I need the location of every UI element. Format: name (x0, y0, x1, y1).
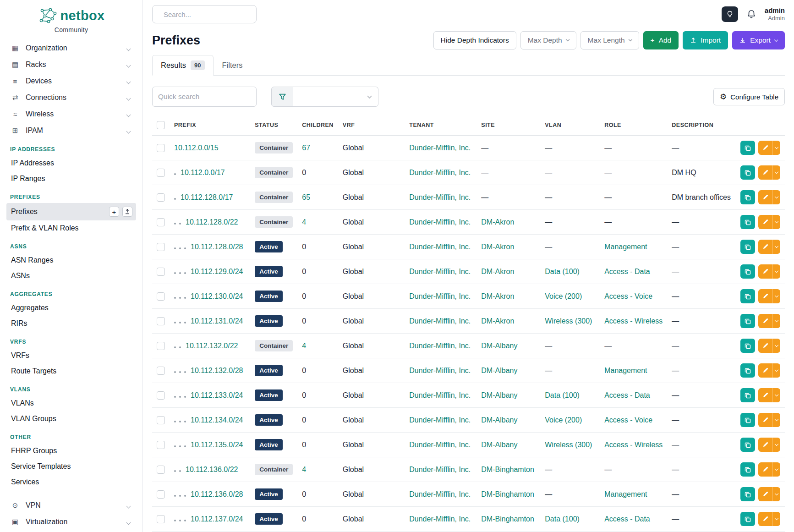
edit-dropdown-caret[interactable] (772, 240, 780, 254)
prefix-link[interactable]: 10.112.131.0/24 (191, 317, 243, 325)
edit-button[interactable] (758, 413, 780, 427)
site-link[interactable]: — (481, 144, 488, 152)
prefix-link[interactable]: 10.112.136.0/28 (191, 490, 243, 498)
user-menu[interactable]: admin Admin (765, 6, 785, 22)
sidebar-item-ip-ranges[interactable]: IP Ranges + (6, 171, 136, 186)
role-link[interactable]: — (604, 144, 612, 152)
edit-button[interactable] (758, 289, 780, 303)
row-checkbox[interactable] (157, 218, 165, 226)
prefix-link[interactable]: 10.112.132.0/22 (186, 342, 238, 350)
sidebar-item-asns[interactable]: ASNs + (6, 268, 136, 284)
notifications-button[interactable] (746, 9, 756, 19)
role-link[interactable]: Access - Data (604, 391, 650, 399)
tenant-link[interactable]: Dunder-Mifflin, Inc. (409, 193, 471, 201)
clone-button[interactable] (740, 487, 755, 501)
edit-button[interactable] (758, 438, 780, 452)
children-link[interactable]: 0 (302, 515, 306, 523)
row-checkbox[interactable] (157, 317, 165, 325)
row-checkbox[interactable] (157, 342, 165, 350)
sidebar-item-devices[interactable]: ≡ Devices (6, 73, 136, 89)
site-link[interactable]: DM-Binghamton (481, 515, 534, 523)
vlan-link[interactable]: — (545, 218, 552, 226)
children-link[interactable]: 0 (302, 243, 306, 251)
sidebar-item-asn-ranges[interactable]: ASN Ranges + (6, 252, 136, 268)
role-link[interactable]: Access - Wireless (604, 441, 663, 449)
vlan-link[interactable]: — (545, 144, 552, 152)
children-link[interactable]: 0 (302, 490, 306, 498)
tenant-link[interactable]: Dunder-Mifflin, Inc. (409, 218, 471, 226)
row-checkbox[interactable] (157, 292, 165, 301)
tenant-link[interactable]: Dunder-Mifflin, Inc. (409, 268, 471, 275)
edit-dropdown-caret[interactable] (772, 339, 780, 353)
tenant-link[interactable]: Dunder-Mifflin, Inc. (409, 243, 471, 251)
children-link[interactable]: 0 (302, 268, 306, 275)
vlan-link[interactable]: — (545, 342, 552, 350)
children-link[interactable]: 4 (302, 466, 306, 473)
vlan-link[interactable]: — (545, 490, 552, 498)
tab-results[interactable]: Results 90 (152, 55, 214, 76)
add-button[interactable]: + Add (643, 31, 679, 49)
sidebar-item-services[interactable]: Services + (6, 474, 136, 490)
role-link[interactable]: Access - Voice (604, 416, 652, 424)
clone-button[interactable] (740, 190, 755, 204)
edit-dropdown-caret[interactable] (772, 215, 780, 229)
children-link[interactable]: 4 (302, 342, 306, 350)
children-link[interactable]: 67 (302, 144, 310, 152)
site-link[interactable]: DM-Akron (481, 268, 514, 275)
edit-button[interactable] (758, 190, 780, 204)
sidebar-item-prefix-vlan-roles[interactable]: Prefix & VLAN Roles + (6, 220, 136, 236)
prefix-link[interactable]: 10.112.0.0/15 (174, 144, 219, 152)
children-link[interactable]: 0 (302, 292, 306, 300)
vlan-link[interactable]: — (545, 243, 552, 251)
column-header-children[interactable]: CHILDREN (297, 115, 338, 136)
role-link[interactable]: — (604, 193, 612, 201)
tenant-link[interactable]: Dunder-Mifflin, Inc. (409, 169, 471, 176)
edit-dropdown-caret[interactable] (772, 190, 780, 204)
sidebar-item-virtualization[interactable]: ▣ Virtualization (6, 514, 136, 530)
clone-button[interactable] (740, 512, 755, 526)
search-input[interactable] (163, 10, 256, 19)
prefix-link[interactable]: 10.112.133.0/24 (191, 391, 243, 399)
edit-dropdown-caret[interactable] (772, 264, 780, 279)
max-depth-dropdown[interactable]: Max Depth (520, 31, 576, 49)
edit-dropdown-caret[interactable] (772, 141, 780, 155)
role-link[interactable]: Access - Wireless (604, 317, 663, 325)
edit-dropdown-caret[interactable] (772, 512, 780, 526)
clone-button[interactable] (740, 264, 755, 279)
clone-button[interactable] (740, 141, 755, 155)
row-checkbox[interactable] (157, 193, 165, 202)
edit-button[interactable] (758, 165, 780, 180)
edit-button[interactable] (758, 339, 780, 353)
role-link[interactable]: Access - Voice (604, 292, 652, 300)
import-button[interactable]: Import (683, 31, 728, 49)
sidebar-item-rirs[interactable]: RIRs + (6, 316, 136, 331)
prefix-link[interactable]: 10.112.129.0/24 (191, 268, 243, 275)
children-link[interactable]: 65 (302, 193, 310, 201)
site-link[interactable]: DM-Binghamton (481, 490, 534, 498)
edit-dropdown-caret[interactable] (772, 388, 780, 402)
edit-dropdown-caret[interactable] (772, 487, 780, 501)
clone-button[interactable] (740, 215, 755, 229)
children-link[interactable]: 0 (302, 367, 306, 374)
row-checkbox[interactable] (157, 367, 165, 375)
tenant-link[interactable]: Dunder-Mifflin, Inc. (409, 342, 471, 350)
edit-button[interactable] (758, 388, 780, 402)
quick-add-button[interactable]: + (109, 207, 119, 217)
vlan-link[interactable]: Wireless (300) (545, 441, 592, 449)
edit-button[interactable] (758, 363, 780, 378)
sidebar-item-service-templates[interactable]: Service Templates + (6, 459, 136, 474)
global-search[interactable] (152, 5, 257, 23)
sidebar-item-circuits[interactable]: ⊡ Circuits (6, 530, 136, 532)
edit-button[interactable] (758, 487, 780, 501)
column-header-site[interactable]: SITE (476, 115, 540, 136)
prefix-link[interactable]: 10.112.128.0/28 (191, 243, 243, 251)
column-header-description[interactable]: DESCRIPTION (667, 115, 736, 136)
edit-button[interactable] (758, 512, 780, 526)
site-link[interactable]: DM-Akron (481, 292, 514, 300)
sidebar-item-vlan-groups[interactable]: VLAN Groups + (6, 411, 136, 427)
role-link[interactable]: Access - Data (604, 515, 650, 523)
children-link[interactable]: 4 (302, 218, 306, 226)
row-checkbox[interactable] (157, 391, 165, 400)
column-header-role[interactable]: ROLE (600, 115, 667, 136)
tenant-link[interactable]: Dunder-Mifflin, Inc. (409, 391, 471, 399)
